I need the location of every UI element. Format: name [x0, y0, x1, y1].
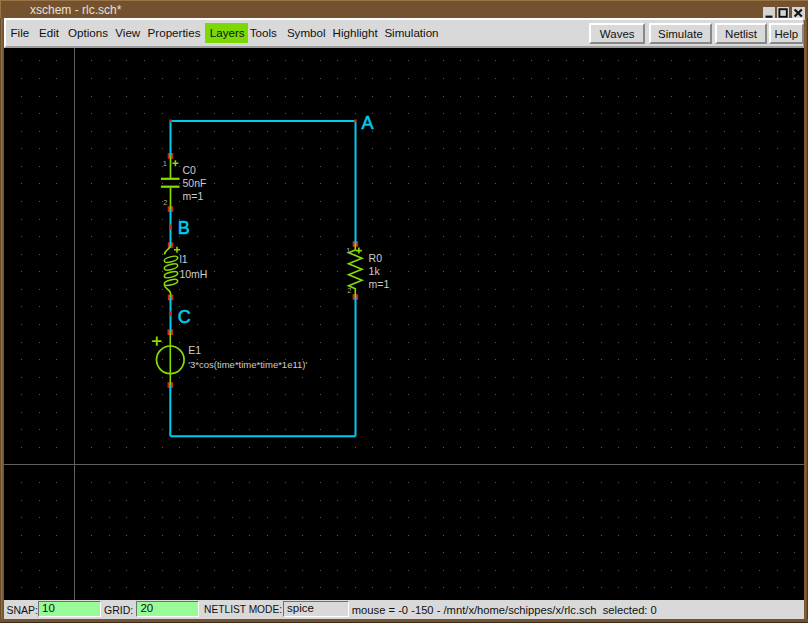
svg-text:m=1: m=1 — [369, 278, 390, 290]
svg-text:E1: E1 — [188, 343, 201, 355]
svg-text:10mH: 10mH — [179, 268, 207, 280]
svg-text:C0: C0 — [183, 163, 197, 175]
svg-text:50nF: 50nF — [183, 177, 207, 189]
svg-text:B: B — [178, 218, 190, 238]
svg-text:m=1: m=1 — [183, 190, 204, 202]
svg-text:1: 1 — [346, 246, 350, 255]
svg-text:1k: 1k — [369, 265, 381, 277]
svg-text:2: 2 — [347, 285, 351, 294]
svg-text:l1: l1 — [179, 253, 187, 265]
svg-text:1: 1 — [163, 158, 167, 167]
svg-text:R0: R0 — [369, 252, 383, 264]
svg-text:'3*cos(time*time*time*1e11)': '3*cos(time*time*time*1e11)' — [188, 358, 307, 369]
svg-text:2: 2 — [163, 197, 167, 206]
svg-text:A: A — [362, 112, 374, 132]
svg-text:C: C — [178, 307, 191, 327]
